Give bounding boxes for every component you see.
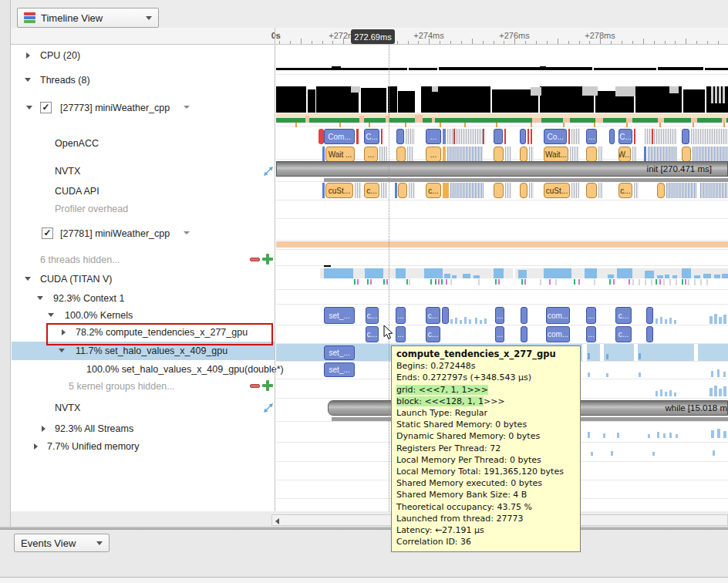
expand-triangle-icon[interactable] xyxy=(25,78,31,82)
horizontal-splitter[interactable] xyxy=(0,527,728,530)
tree-row-label: 92.3% All Streams xyxy=(55,423,133,434)
tooltip-line: Launched from thread: 27773 xyxy=(396,513,575,524)
ruler-tick xyxy=(547,41,548,44)
expand-triangle-icon[interactable] xyxy=(26,106,32,110)
ruler-tick xyxy=(622,41,622,44)
ruler-tick xyxy=(654,41,655,44)
ruler-tick xyxy=(472,39,473,44)
bottom-panel-strip xyxy=(0,577,728,583)
tree-row-openacc[interactable]: OpenACC xyxy=(11,134,275,153)
events-view-panel: Events View xyxy=(0,530,728,577)
expand-triangle-icon[interactable] xyxy=(42,426,46,432)
expand-triangle-icon[interactable] xyxy=(37,296,43,300)
show-rows-icon[interactable] xyxy=(262,380,273,391)
timeline-view-icon xyxy=(24,12,35,23)
tree-row-label: [27781] miniWeather_cpp xyxy=(60,228,170,239)
timeline-tree: CPU (20)Threads (8)✓[27773] miniWeather_… xyxy=(11,45,275,511)
ruler-tick xyxy=(290,41,291,44)
tree-row-100-0-set-halo-values-x-409-gpu-double[interactable]: 100.0% set_halo_values_x_409_gpu(double*… xyxy=(11,360,275,379)
tooltip-line: Correlation ID: 36 xyxy=(396,536,575,548)
ruler-tick xyxy=(718,41,719,44)
tree-row-label: NVTX xyxy=(55,166,80,177)
tree-row-5-kernel-groups-hidden[interactable]: 5 kernel groups hidden... xyxy=(11,377,275,396)
scroll-left-icon[interactable] xyxy=(275,518,279,524)
tree-row-cuda-titan-v[interactable]: CUDA (TITAN V) xyxy=(11,270,275,288)
tree-row-nvtx[interactable]: NVTX xyxy=(11,399,275,417)
tooltip-title: compute_tendencies_x_277_gpu xyxy=(396,349,575,360)
events-view-selector[interactable]: Events View xyxy=(14,534,110,552)
ruler-origin-label: 0s xyxy=(271,31,281,40)
ruler-tick xyxy=(450,41,451,44)
tooltip-line: Ends: 0.272797s (+348.543 µs) xyxy=(396,372,575,383)
mouse-cursor-icon xyxy=(383,325,394,341)
thread-checkbox[interactable]: ✓ xyxy=(40,102,52,113)
tooltip-line: Dynamic Shared Memory: 0 bytes xyxy=(396,430,575,442)
expand-triangle-icon[interactable] xyxy=(26,52,30,59)
thread-options-chevron-icon[interactable] xyxy=(184,106,190,109)
tree-row-27773-miniweather-cpp[interactable]: ✓[27773] miniWeather_cpp xyxy=(11,99,275,117)
tree-row-100-0-kernels[interactable]: 100.0% Kernels xyxy=(11,306,275,325)
tooltip-line: Shared Memory executed: 0 bytes xyxy=(396,477,575,489)
tree-row-7-7-unified-memory[interactable]: 7.7% Unified memory xyxy=(11,437,275,456)
annotation-red-box xyxy=(46,323,273,345)
ruler-tick xyxy=(322,41,323,44)
tooltip-line: Local Memory Total: 191,365,120 bytes xyxy=(396,466,575,477)
ruler-tick xyxy=(675,41,676,44)
tree-row-label: 92.3% Context 1 xyxy=(53,293,124,304)
tree-row-label: CUDA API xyxy=(55,186,99,197)
tree-row-label: Threads (8) xyxy=(40,75,90,86)
hide-rows-icon[interactable] xyxy=(250,258,260,261)
expand-triangle-icon[interactable] xyxy=(48,313,54,317)
ruler-tick xyxy=(461,41,462,44)
tree-row-92-3-all-streams[interactable]: 92.3% All Streams xyxy=(11,420,275,438)
thread-options-chevron-icon[interactable] xyxy=(184,231,190,234)
tree-row-label: [27773] miniWeather_cpp xyxy=(60,103,170,113)
ruler-tick xyxy=(408,41,409,44)
tree-row-nvtx[interactable]: NVTX xyxy=(11,162,275,180)
tree-row-label: 7.7% Unified memory xyxy=(47,441,140,452)
ruler-tick xyxy=(611,41,612,44)
tree-row-6-threads-hidden[interactable]: 6 threads hidden... xyxy=(11,251,275,269)
tree-row-profiler-overhead[interactable]: Profiler overhead xyxy=(11,200,275,218)
tooltip-line: Latency: ←27.191 µs xyxy=(396,524,575,536)
nsight-timeline-window: Timeline View 0s +272ms+274ms+276ms+278m… xyxy=(0,0,728,583)
ruler-tick xyxy=(707,41,708,44)
tooltip-line: grid: <<<7, 1, 1>>> xyxy=(396,384,575,396)
tree-row-92-3-context-1[interactable]: 92.3% Context 1 xyxy=(11,289,275,308)
ruler-tick xyxy=(536,41,537,44)
tree-row-label: NVTX xyxy=(55,403,80,413)
expand-triangle-icon[interactable] xyxy=(34,443,38,450)
ruler-tick xyxy=(279,41,280,44)
tree-row-label: 11.7% set_halo_values_x_409_gpu xyxy=(76,345,228,356)
ruler-tick xyxy=(343,39,344,44)
expand-triangle-icon[interactable] xyxy=(25,277,31,281)
tree-row-27781-miniweather-cpp[interactable]: ✓[27781] miniWeather_cpp xyxy=(11,224,275,243)
thread-checkbox[interactable]: ✓ xyxy=(42,227,53,239)
time-cursor-badge: 272.69ms xyxy=(351,29,395,44)
tree-row-threads-8[interactable]: Threads (8) xyxy=(11,71,275,89)
tree-row-cuda-api[interactable]: CUDA API xyxy=(11,182,275,201)
ruler-tick xyxy=(558,39,558,44)
ruler-tick xyxy=(504,41,504,44)
ruler-tick xyxy=(665,41,666,44)
ruler-tick xyxy=(579,41,580,44)
ruler-tick xyxy=(301,39,302,44)
ruler-tick xyxy=(632,41,633,44)
ruler-tick xyxy=(589,41,590,44)
hide-rows-icon[interactable] xyxy=(250,384,260,388)
tooltip-line: Begins: 0.272448s xyxy=(396,360,575,372)
timeline-view-selector[interactable]: Timeline View xyxy=(17,8,159,28)
tooltip-line: Local Memory Per Thread: 0 bytes xyxy=(396,454,575,466)
tree-row-label: OpenACC xyxy=(55,138,99,149)
show-rows-icon[interactable] xyxy=(262,254,273,265)
panel-splitter[interactable] xyxy=(275,28,275,511)
expand-triangle-icon[interactable] xyxy=(59,349,65,352)
expand-row-icon[interactable] xyxy=(263,403,274,413)
tree-row-cpu-20[interactable]: CPU (20) xyxy=(11,46,275,65)
expand-row-icon[interactable] xyxy=(263,166,274,177)
ruler-tick xyxy=(600,39,601,44)
ruler-tick xyxy=(525,41,526,44)
time-cursor-line xyxy=(389,45,389,511)
ruler-tick xyxy=(514,39,515,44)
tooltip-line: Static Shared Memory: 0 bytes xyxy=(396,419,575,430)
